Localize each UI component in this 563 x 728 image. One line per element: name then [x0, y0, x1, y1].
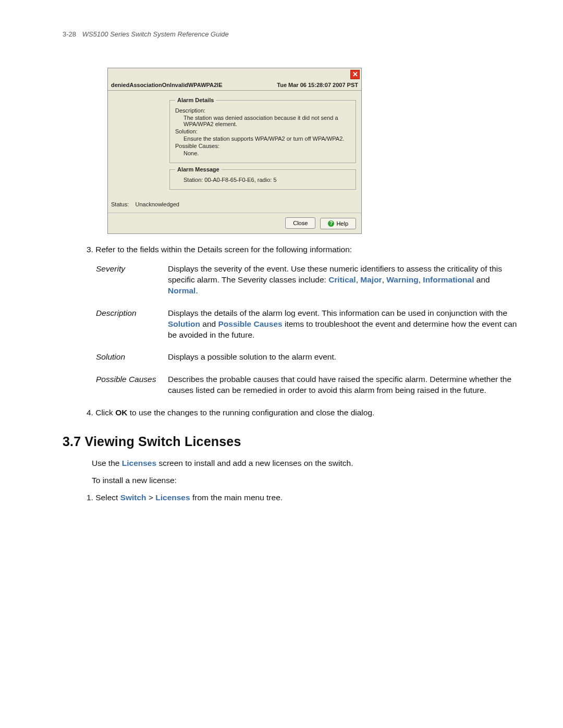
status-row: Status: Unacknowledged — [108, 196, 361, 213]
dialog-topstrip: ✕ — [108, 68, 361, 81]
def-description: Description Displays the details of the … — [96, 308, 521, 341]
def-term-severity: Severity — [96, 264, 168, 297]
help-button[interactable]: ? Help — [320, 218, 356, 229]
description-text: The station was denied association becau… — [175, 115, 350, 127]
solution-label: Solution: — [175, 128, 350, 134]
alarm-details-group: Alarm Details Description: The station w… — [169, 97, 356, 163]
dialog-timestamp: Tue Mar 06 15:28:07 2007 PST — [277, 82, 358, 88]
section-p2: To install a new license: — [63, 475, 521, 486]
def-desc-solution: Displays a possible solution to the alar… — [168, 352, 521, 363]
close-icon[interactable]: ✕ — [350, 70, 360, 79]
help-button-label: Help — [336, 220, 348, 227]
section-p1: Use the Licenses screen to install and a… — [63, 458, 521, 469]
close-button-label: Close — [293, 220, 308, 226]
causes-text: None. — [175, 150, 350, 156]
def-term-causes: Possible Causes — [96, 374, 168, 396]
def-term-solution: Solution — [96, 352, 168, 363]
def-desc-description: Displays the details of the alarm log ev… — [168, 308, 521, 341]
field-definitions: Severity Displays the severity of the ev… — [63, 264, 521, 396]
step-3: 3. Refer to the fields within the Detail… — [63, 244, 521, 255]
dialog-button-row: Close ? Help — [108, 213, 361, 233]
alarm-message-group: Alarm Message Station: 00-A0-F8-65-F0-E6… — [169, 166, 356, 190]
alarm-message-legend: Alarm Message — [175, 166, 222, 172]
step-4: 4. Click OK to use the changes to the ru… — [63, 408, 521, 418]
doc-title: WS5100 Series Switch System Reference Gu… — [82, 30, 229, 38]
def-desc-causes: Describes the probable causes that could… — [168, 374, 521, 396]
page-header: 3-28 WS5100 Series Switch System Referen… — [63, 30, 229, 38]
def-severity: Severity Displays the severity of the ev… — [96, 264, 521, 297]
def-term-description: Description — [96, 308, 168, 341]
alarm-details-dialog: ✕ deniedAssociationOnInvalidWPAWPA2IE Tu… — [107, 68, 362, 234]
page-number: 3-28 — [63, 30, 76, 38]
alarm-message-text: Station: 00-A0-F8-65-F0-E6, radio: 5 — [175, 177, 350, 183]
def-desc-severity: Displays the severity of the event. Use … — [168, 264, 521, 297]
section-step-1: 1. Select Switch > Licenses from the mai… — [63, 492, 521, 503]
help-icon: ? — [328, 220, 334, 227]
status-label: Status: — [111, 201, 129, 207]
def-solution: Solution Displays a possible solution to… — [96, 352, 521, 363]
alarm-details-legend: Alarm Details — [175, 97, 216, 103]
dialog-titlebar: deniedAssociationOnInvalidWPAWPA2IE Tue … — [108, 81, 361, 91]
description-label: Description: — [175, 107, 350, 114]
def-causes: Possible Causes Describes the probable c… — [96, 374, 521, 396]
dialog-body: Alarm Details Description: The station w… — [108, 91, 361, 196]
causes-label: Possible Causes: — [175, 143, 350, 149]
status-value: Unacknowledged — [135, 201, 179, 207]
solution-text: Ensure the station supports WPA/WPA2 or … — [175, 135, 350, 142]
section-heading: 3.7 Viewing Switch Licenses — [63, 433, 521, 451]
dialog-title: deniedAssociationOnInvalidWPAWPA2IE — [111, 82, 223, 88]
close-button[interactable]: Close — [285, 217, 315, 229]
